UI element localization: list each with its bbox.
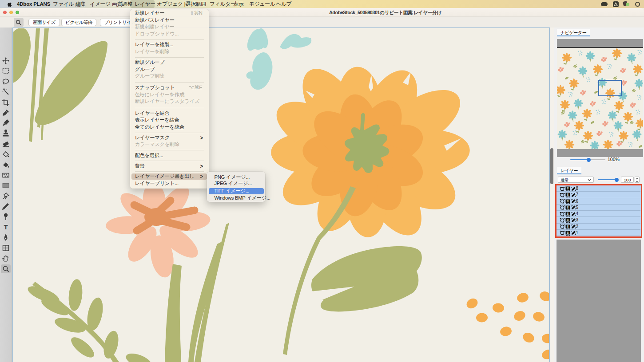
svg-text:8: 8 <box>567 187 568 190</box>
svg-text:8: 8 <box>567 212 568 215</box>
svg-text:8: 8 <box>567 206 568 209</box>
svg-text:8: 8 <box>567 200 568 203</box>
svg-text:8: 8 <box>567 193 568 196</box>
svg-text:T: T <box>4 223 8 231</box>
svg-text:8: 8 <box>567 231 568 234</box>
svg-text:8: 8 <box>567 225 568 228</box>
svg-text:8: 8 <box>567 218 568 221</box>
